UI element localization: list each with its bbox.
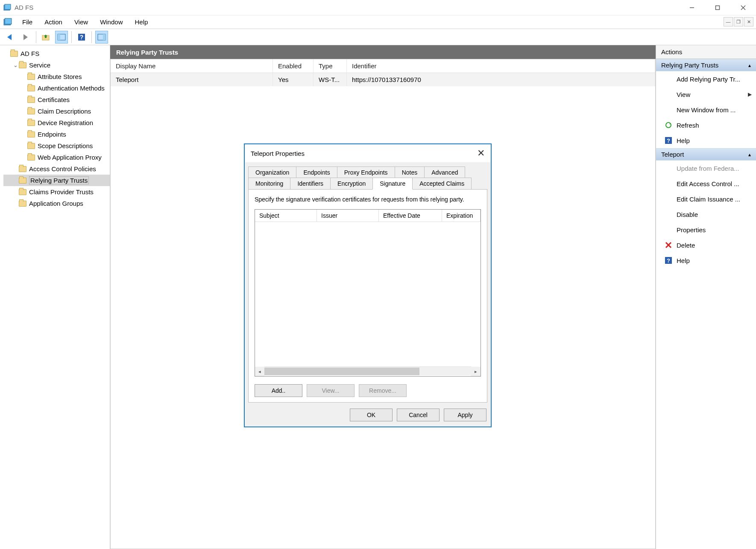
add-cert-button[interactable]: Add.. [255, 384, 302, 397]
menubar: File Action View Window Help — ❐ ✕ [0, 15, 756, 29]
actions-section-rpt[interactable]: Relying Party Trusts▴ [656, 59, 756, 71]
menu-action[interactable]: Action [38, 17, 68, 27]
svg-text:?: ? [667, 137, 670, 144]
col-expiration[interactable]: Expiration [442, 210, 481, 222]
tree-item[interactable]: Access Control Policies [3, 163, 110, 175]
show-hide-actions-button[interactable] [95, 31, 108, 44]
col-issuer[interactable]: Issuer [317, 210, 379, 222]
menu-file[interactable]: File [16, 17, 38, 27]
minimize-button[interactable] [679, 0, 705, 15]
scroll-left-button[interactable]: ◂ [255, 367, 264, 376]
svg-rect-7 [5, 18, 12, 24]
col-type[interactable]: Type [314, 59, 347, 73]
adfs-app-icon [3, 4, 11, 12]
action-delete[interactable]: Delete [656, 237, 756, 253]
view-cert-button[interactable]: View... [307, 384, 355, 397]
action-add-rpt[interactable]: Add Relying Party Tr... [656, 71, 756, 87]
action-disable[interactable]: Disable [656, 207, 756, 222]
properties-dialog: Teleport Properties ✕ Organization Endpo… [244, 143, 492, 427]
tab-monitoring[interactable]: Monitoring [248, 178, 290, 189]
show-hide-tree-button[interactable] [55, 31, 68, 44]
tab-proxy-endpoints[interactable]: Proxy Endpoints [337, 166, 395, 178]
action-new-window[interactable]: New Window from ... [656, 102, 756, 117]
menu-help[interactable]: Help [129, 17, 154, 27]
tree-label: Access Control Policies [29, 165, 96, 172]
tree-label: Claim Descriptions [38, 108, 91, 115]
tab-organization[interactable]: Organization [248, 166, 296, 178]
tab-accepted-claims[interactable]: Accepted Claims [412, 178, 472, 189]
navigation-tree: AD FS ⌄Service Attribute Stores Authenti… [0, 45, 110, 549]
action-refresh[interactable]: Refresh [656, 117, 756, 133]
action-update-federation: Update from Federa... [656, 161, 756, 176]
tree-item[interactable]: Web Application Proxy [3, 152, 110, 163]
tree-item[interactable]: Device Registration [3, 117, 110, 128]
menu-view[interactable]: View [68, 17, 94, 27]
mdi-minimize-button[interactable]: — [724, 17, 733, 26]
window-titlebar: AD FS [0, 0, 756, 15]
signature-description: Specify the signature verification certi… [255, 196, 481, 204]
tab-endpoints[interactable]: Endpoints [296, 166, 337, 178]
col-effective-date[interactable]: Effective Date [379, 210, 442, 222]
folder-up-button[interactable] [40, 31, 53, 44]
tree-item-relying-party-trusts[interactable]: Relying Party Trusts [3, 175, 110, 186]
tab-notes[interactable]: Notes [395, 166, 425, 178]
tree-item[interactable]: Authentication Methods [3, 82, 110, 94]
tree-label: Service [29, 61, 50, 69]
mdi-restore-button[interactable]: ❐ [734, 17, 743, 26]
help-button[interactable]: ? [75, 31, 88, 44]
window-title: AD FS [15, 4, 33, 11]
tree-item[interactable]: Claims Provider Trusts [3, 186, 110, 198]
menu-window[interactable]: Window [94, 17, 129, 27]
tree-item[interactable]: Application Groups [3, 198, 110, 209]
tree-item[interactable]: Scope Descriptions [3, 140, 110, 152]
tab-signature[interactable]: Signature [372, 178, 413, 190]
tab-encryption[interactable]: Encryption [330, 178, 373, 189]
tree-label: Authentication Methods [38, 85, 105, 92]
scroll-right-button[interactable]: ▸ [471, 367, 481, 376]
toolbar-separator [36, 31, 36, 43]
action-properties[interactable]: Properties [656, 222, 756, 237]
collapse-icon: ▴ [748, 62, 751, 68]
svg-text:?: ? [80, 34, 84, 41]
tree-item[interactable]: Certificates [3, 94, 110, 105]
grid-row[interactable]: Teleport Yes WS-T... https://10701337160… [111, 73, 655, 86]
actions-title: Actions [656, 45, 756, 59]
dialog-title: Teleport Properties [251, 150, 305, 157]
action-help[interactable]: ?Help [656, 133, 756, 148]
action-edit-access-control[interactable]: Edit Access Control ... [656, 176, 756, 191]
action-view[interactable]: View▶ [656, 87, 756, 102]
tab-identifiers[interactable]: Identifiers [290, 178, 331, 189]
horizontal-scrollbar[interactable]: ◂ ▸ [255, 367, 481, 376]
close-button[interactable] [730, 0, 756, 15]
tab-advanced[interactable]: Advanced [424, 166, 465, 178]
tree-service[interactable]: ⌄Service [3, 59, 110, 71]
ok-button[interactable]: OK [350, 409, 393, 421]
scroll-thumb[interactable] [264, 368, 419, 375]
mdi-close-button[interactable]: ✕ [744, 17, 753, 26]
col-identifier[interactable]: Identifier [347, 59, 655, 73]
forward-button[interactable] [20, 31, 32, 44]
action-help[interactable]: ?Help [656, 253, 756, 268]
col-enabled[interactable]: Enabled [273, 59, 314, 73]
tree-item[interactable]: Endpoints [3, 128, 110, 140]
cell-identifier: https://10701337160970 [347, 73, 655, 86]
tree-label: Certificates [38, 96, 70, 103]
tree-item[interactable]: Attribute Stores [3, 71, 110, 82]
apply-button[interactable]: Apply [444, 409, 486, 421]
back-button[interactable] [4, 31, 17, 44]
col-display-name[interactable]: Display Name [111, 59, 273, 73]
actions-section-teleport[interactable]: Teleport▴ [656, 148, 756, 161]
col-subject[interactable]: Subject [255, 210, 317, 222]
grid-header: Display Name Enabled Type Identifier [111, 59, 655, 73]
toolbar-separator [71, 31, 72, 43]
cell-enabled: Yes [273, 73, 314, 86]
tree-root[interactable]: AD FS [3, 48, 110, 59]
dialog-close-button[interactable]: ✕ [477, 148, 485, 159]
tree-item[interactable]: Claim Descriptions [3, 105, 110, 117]
maximize-button[interactable] [705, 0, 730, 15]
remove-cert-button[interactable]: Remove... [359, 384, 407, 397]
cancel-button[interactable]: Cancel [397, 409, 440, 421]
tree-label: Application Groups [29, 200, 83, 207]
collapse-icon: ▴ [748, 152, 751, 158]
action-edit-claim-issuance[interactable]: Edit Claim Issuance ... [656, 191, 756, 207]
